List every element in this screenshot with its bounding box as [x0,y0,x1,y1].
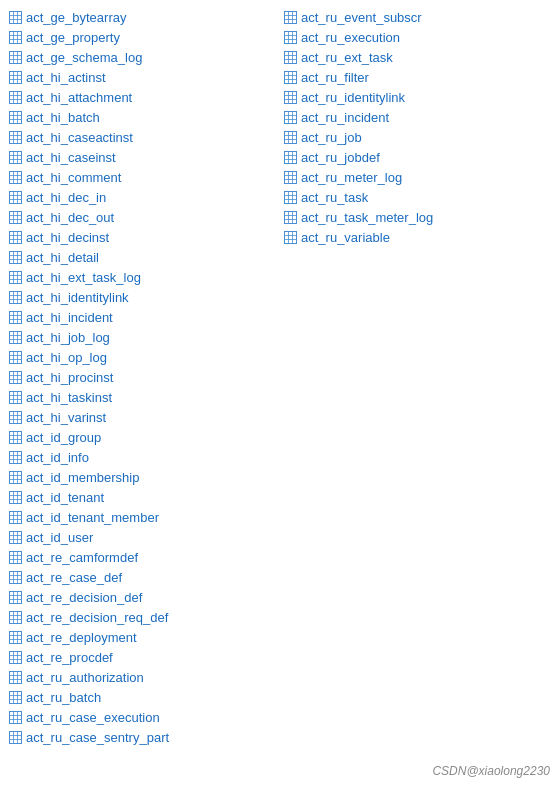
svg-rect-200 [284,72,296,84]
table-item[interactable]: act_hi_batch [4,108,279,127]
table-item[interactable]: act_hi_dec_in [4,188,279,207]
table-icon [283,11,297,25]
table-item[interactable]: act_ru_case_execution [4,708,279,727]
table-icon [8,391,22,405]
table-item[interactable]: act_hi_detail [4,248,279,267]
table-item[interactable]: act_ru_authorization [4,668,279,687]
main-container: act_ge_bytearray act_ge_property act_ge_… [0,0,558,755]
table-item[interactable]: act_hi_comment [4,168,279,187]
table-icon [8,91,22,105]
table-icon [283,31,297,45]
table-item[interactable]: act_ru_identitylink [279,88,554,107]
table-icon [8,411,22,425]
svg-rect-50 [9,212,21,224]
table-item[interactable]: act_re_case_def [4,568,279,587]
table-item[interactable]: act_hi_varinst [4,408,279,427]
table-item[interactable]: act_ge_schema_log [4,48,279,67]
table-name: act_ru_ext_task [301,50,393,65]
table-item[interactable]: act_ru_batch [4,688,279,707]
table-item[interactable]: act_hi_actinst [4,68,279,87]
svg-rect-175 [9,712,21,724]
table-item[interactable]: act_hi_identitylink [4,288,279,307]
table-item[interactable]: act_hi_dec_out [4,208,279,227]
table-item[interactable]: act_hi_caseactinst [4,128,279,147]
table-item[interactable]: act_hi_incident [4,308,279,327]
table-name: act_hi_identitylink [26,290,129,305]
table-item[interactable]: act_id_membership [4,468,279,487]
table-item[interactable]: act_re_deployment [4,628,279,647]
table-item[interactable]: act_ru_meter_log [279,168,554,187]
table-item[interactable]: act_id_tenant_member [4,508,279,527]
table-name: act_ru_batch [26,690,101,705]
table-item[interactable]: act_re_decision_def [4,588,279,607]
table-item[interactable]: act_ru_job [279,128,554,147]
table-item[interactable]: act_hi_ext_task_log [4,268,279,287]
table-item[interactable]: act_ge_property [4,28,279,47]
table-item[interactable]: act_ru_incident [279,108,554,127]
table-item[interactable]: act_ru_ext_task [279,48,554,67]
table-name: act_ru_jobdef [301,150,380,165]
svg-rect-75 [9,312,21,324]
table-icon [8,691,22,705]
table-item[interactable]: act_id_user [4,528,279,547]
table-name: act_ge_property [26,30,120,45]
table-icon [283,211,297,225]
table-name: act_ru_execution [301,30,400,45]
svg-rect-20 [9,92,21,104]
svg-rect-180 [9,732,21,744]
table-name: act_ru_filter [301,70,369,85]
svg-rect-100 [9,412,21,424]
table-item[interactable]: act_ru_case_sentry_part [4,728,279,747]
table-icon [8,171,22,185]
table-item[interactable]: act_ru_filter [279,68,554,87]
svg-rect-190 [284,32,296,44]
table-item[interactable]: act_ru_task [279,188,554,207]
table-item[interactable]: act_re_procdef [4,648,279,667]
table-item[interactable]: act_hi_procinst [4,368,279,387]
table-item[interactable]: act_re_decision_req_def [4,608,279,627]
table-item[interactable]: act_ru_variable [279,228,554,247]
table-item[interactable]: act_hi_taskinst [4,388,279,407]
svg-rect-140 [9,572,21,584]
table-item[interactable]: act_ru_task_meter_log [279,208,554,227]
svg-rect-105 [9,432,21,444]
svg-rect-205 [284,92,296,104]
table-item[interactable]: act_ru_event_subscr [279,8,554,27]
svg-rect-5 [9,32,21,44]
svg-rect-60 [9,252,21,264]
table-item[interactable]: act_hi_attachment [4,88,279,107]
table-item[interactable]: act_id_group [4,428,279,447]
table-item[interactable]: act_re_camformdef [4,548,279,567]
table-icon [8,331,22,345]
table-name: act_ru_event_subscr [301,10,422,25]
table-item[interactable]: act_hi_decinst [4,228,279,247]
table-name: act_hi_batch [26,110,100,125]
table-icon [8,211,22,225]
table-item[interactable]: act_ge_bytearray [4,8,279,27]
svg-rect-95 [9,392,21,404]
table-item[interactable]: act_ru_execution [279,28,554,47]
table-icon [8,611,22,625]
svg-rect-185 [284,12,296,24]
right-column: act_ru_event_subscr act_ru_execution act… [279,8,554,747]
table-icon [8,371,22,385]
svg-rect-130 [9,532,21,544]
table-item[interactable]: act_hi_caseinst [4,148,279,167]
table-name: act_hi_decinst [26,230,109,245]
table-icon [8,111,22,125]
table-name: act_hi_taskinst [26,390,112,405]
table-item[interactable]: act_hi_job_log [4,328,279,347]
table-name: act_hi_comment [26,170,121,185]
watermark: CSDN@xiaolong2230 [432,764,550,778]
table-name: act_ge_schema_log [26,50,142,65]
svg-rect-215 [284,132,296,144]
table-icon [8,631,22,645]
table-name: act_hi_job_log [26,330,110,345]
table-item[interactable]: act_hi_op_log [4,348,279,367]
table-item[interactable]: act_id_tenant [4,488,279,507]
table-icon [8,731,22,745]
table-item[interactable]: act_id_info [4,448,279,467]
table-name: act_hi_incident [26,310,113,325]
table-item[interactable]: act_ru_jobdef [279,148,554,167]
table-name: act_ru_task_meter_log [301,210,433,225]
